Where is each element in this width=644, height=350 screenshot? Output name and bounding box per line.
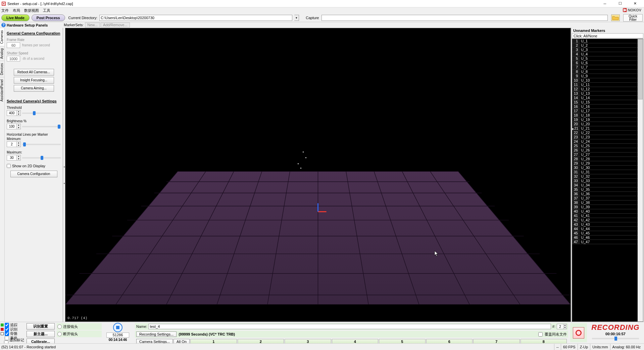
marker-row[interactable]: 18U_18 [572, 113, 643, 118]
maximum-spinbox[interactable]: ▲▼ [7, 155, 21, 161]
marker-row[interactable]: 20U_20 [572, 122, 643, 126]
marker-row[interactable]: 27U_27 [572, 152, 643, 157]
new-subject-button[interactable]: 新主题... [27, 331, 55, 337]
marker-row[interactable]: 41U_41 [572, 214, 643, 218]
marker-row[interactable]: 45U_45 [572, 231, 643, 235]
marker-row[interactable]: 1U_1 [572, 39, 643, 43]
marker-row[interactable]: 47U_47 [572, 240, 643, 244]
help-icon[interactable]: ? [1, 23, 6, 27]
tab-assistant[interactable]: AssistantPanel [0, 77, 4, 103]
check-identify[interactable] [5, 327, 9, 332]
show-2d-checkbox[interactable] [7, 164, 11, 168]
marker-row[interactable]: 7U_7 [572, 65, 643, 70]
menu-file[interactable]: 文件 [1, 8, 9, 13]
marker-row[interactable]: 8U_8 [572, 70, 643, 74]
marker-row[interactable]: 42U_42 [572, 218, 643, 222]
marker-row[interactable]: 44U_44 [572, 227, 643, 231]
brightness-slider[interactable] [22, 126, 61, 127]
marker-row[interactable]: 21U_21 [572, 126, 643, 131]
markers-scrollbar[interactable] [638, 39, 643, 321]
marker-row[interactable]: 38U_38 [572, 201, 643, 205]
check-events[interactable] [5, 336, 9, 340]
insight-focusing-button[interactable]: Insight Focusing... [14, 77, 54, 84]
marker-row[interactable]: 3U_3 [572, 48, 643, 52]
marker-row[interactable]: 5U_5 [572, 56, 643, 61]
marker-row[interactable]: 16U_16 [572, 104, 643, 109]
marker-row[interactable]: 28U_28 [572, 157, 643, 161]
live-mode-button[interactable]: Live Mode [1, 14, 30, 21]
maximize-button[interactable]: ☐ [612, 0, 628, 7]
tab-analog[interactable]: Analog [0, 46, 4, 61]
markersets-new-button[interactable]: New... [85, 23, 100, 28]
marker-row[interactable]: 15U_15 [572, 100, 643, 104]
menu-layout[interactable]: 布局 [13, 8, 20, 13]
marker-row[interactable]: 17U_17 [572, 109, 643, 113]
marker-row[interactable]: 19U_19 [572, 118, 643, 122]
check-skeleton[interactable] [5, 332, 9, 336]
marker-row[interactable]: 6U_6 [572, 61, 643, 65]
marker-row[interactable]: 29U_29 [572, 161, 643, 166]
directory-dropdown-arrow[interactable]: ▾ [294, 15, 299, 21]
marker-row[interactable]: 10U_10 [572, 78, 643, 83]
marker-row[interactable]: 34U_34 [572, 183, 643, 187]
take-number-spinbox[interactable]: ▲▼ [557, 324, 567, 329]
recording-name-input[interactable] [148, 324, 551, 329]
menu-tools[interactable]: 工具 [43, 8, 50, 13]
minimum-slider[interactable] [22, 144, 61, 145]
marker-row[interactable]: 39U_39 [572, 205, 643, 209]
browse-folder-button[interactable] [611, 14, 620, 21]
minimum-spinbox[interactable]: ▲▼ [7, 141, 21, 147]
current-directory-input[interactable] [99, 15, 292, 21]
record-button[interactable] [573, 327, 584, 339]
tab-devices[interactable]: Devices [0, 61, 4, 77]
marker-row[interactable]: 2U_2 [572, 43, 643, 48]
marker-row[interactable]: 9U_9 [572, 74, 643, 78]
brightness-spinbox[interactable]: ▲▼ [7, 124, 21, 129]
menu-dataview[interactable]: 数据视图 [24, 8, 39, 13]
marker-row[interactable]: 30U_30 [572, 166, 643, 170]
marker-row[interactable]: 14U_14 [572, 96, 643, 100]
stop-button[interactable] [113, 323, 122, 332]
disconnect-lens-radio[interactable] [57, 332, 62, 336]
marker-row[interactable]: 23U_23 [572, 135, 643, 139]
marker-row[interactable]: 33U_33 [572, 179, 643, 183]
marker-row[interactable]: 35U_35 [572, 187, 643, 192]
marker-row[interactable]: 31U_31 [572, 170, 643, 174]
maximum-slider[interactable] [22, 157, 61, 159]
marker-row[interactable]: 43U_43 [572, 222, 643, 227]
post-process-button[interactable]: Post Process [32, 14, 65, 21]
frame-rate-input[interactable] [7, 42, 20, 48]
quick-filter-button[interactable]: QuickFilter [623, 14, 643, 21]
capture-input[interactable] [321, 15, 608, 21]
minimize-button[interactable]: ─ [597, 0, 612, 7]
click-all-none[interactable]: Click: All/None [572, 33, 643, 38]
marker-row[interactable]: 25U_25 [572, 144, 643, 148]
recording-slider[interactable] [592, 338, 639, 339]
threshold-slider[interactable] [22, 113, 61, 114]
marker-row[interactable]: 36U_36 [572, 192, 643, 196]
marker-row[interactable]: 22U_22 [572, 131, 643, 135]
overwrite-checkbox[interactable] [538, 332, 543, 337]
marker-row[interactable]: 12U_12 [572, 87, 643, 91]
identify-reset-button[interactable]: 识别重置 [27, 323, 55, 330]
tab-cameras[interactable]: Cameras [0, 28, 4, 46]
close-button[interactable]: ✕ [628, 0, 643, 7]
camera-aiming-button[interactable]: Camera Aiming... [14, 85, 54, 92]
marker-row[interactable]: 37U_37 [572, 196, 643, 201]
marker-row[interactable]: 46U_46 [572, 235, 643, 240]
recording-settings-button[interactable]: Recording Settings... [136, 332, 177, 337]
markers-list[interactable]: 1U_12U_23U_34U_45U_56U_67U_78U_89U_910U_… [572, 39, 643, 322]
marker-row[interactable]: 11U_11 [572, 83, 643, 87]
camera-configuration-button[interactable]: Camera Configuration [10, 171, 57, 177]
marker-row[interactable]: 4U_4 [572, 52, 643, 56]
3d-viewport[interactable]: 0.717 (4) [65, 28, 571, 322]
marker-row[interactable]: 32U_32 [572, 174, 643, 179]
marker-row[interactable]: 24U_24 [572, 139, 643, 144]
markersets-addremove-button[interactable]: Add/Remove... [101, 23, 130, 28]
marker-row[interactable]: 13U_13 [572, 91, 643, 96]
shutter-input[interactable] [7, 56, 20, 61]
reboot-cameras-button[interactable]: Reboot All Cameras... [14, 69, 54, 76]
check-track[interactable] [5, 323, 9, 327]
threshold-spinbox[interactable]: ▲▼ [7, 110, 21, 116]
marker-row[interactable]: 40U_40 [572, 209, 643, 214]
